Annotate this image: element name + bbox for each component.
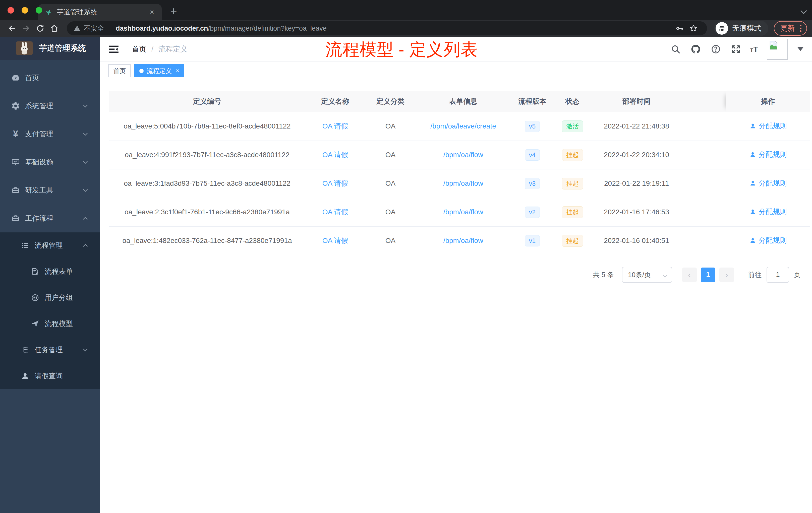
sidebar-item-task-mgmt[interactable]: 任务管理 [0, 337, 100, 363]
sidebar-item-home[interactable]: 首页 [0, 64, 100, 92]
tag-close-icon[interactable]: × [176, 67, 179, 74]
bookmark-star-icon[interactable] [687, 21, 700, 35]
forward-icon[interactable] [19, 21, 33, 35]
next-page-button[interactable]: › [719, 268, 734, 282]
col-filler [682, 91, 726, 112]
incognito-badge: 无痕模式 [714, 21, 768, 36]
sidebar-item-user-group[interactable]: 用户分组 [0, 284, 100, 311]
gear-icon [10, 101, 21, 111]
definition-table: 定义编号 定义名称 定义分类 表单信息 流程版本 状态 部署时间 操作 oa_l… [109, 91, 810, 255]
definition-name-link[interactable]: OA 请假 [322, 237, 348, 244]
sidebar-item-devtools[interactable]: 研发工具 [0, 176, 100, 204]
close-window-button[interactable] [7, 7, 14, 13]
workflow-submenu: 流程管理 流程表单 用户分组 [0, 233, 100, 389]
total-count: 共 5 条 [593, 270, 614, 279]
version-badge: v3 [525, 178, 540, 189]
page-size-select[interactable]: 10条/页 [622, 267, 672, 283]
search-icon[interactable] [670, 43, 682, 55]
not-secure-warning-icon[interactable] [73, 25, 81, 32]
col-definition-name: 定义名称 [305, 91, 365, 112]
update-button[interactable]: 更新 [774, 21, 807, 36]
tree-icon [20, 345, 31, 354]
app-logo-avatar [16, 41, 33, 55]
sidebar-item-payment[interactable]: ¥ 支付管理 [0, 120, 100, 148]
assign-rule-button[interactable]: 分配规则 [749, 150, 787, 159]
form-info-link[interactable]: /bpm/oa/flow [443, 151, 483, 159]
help-icon[interactable] [710, 43, 722, 55]
col-status: 状态 [554, 91, 591, 112]
sidebar-logo-row[interactable]: 芋道管理系统 [0, 37, 100, 60]
home-icon[interactable] [47, 21, 61, 35]
update-label: 更新 [780, 23, 795, 33]
key-icon[interactable] [672, 21, 687, 35]
browser-tabstrip: 芋道管理系统 × + [0, 0, 812, 20]
fullscreen-icon[interactable] [730, 43, 742, 55]
tag-home[interactable]: 首页 [108, 64, 131, 77]
sidebar-item-leave-query[interactable]: 请假查询 [0, 363, 100, 389]
address-bar[interactable]: 不安全 dashboard.yudao.iocoder.cn/bpm/manag… [67, 21, 707, 35]
chevron-up-icon [82, 215, 89, 221]
zoom-window-button[interactable] [36, 7, 42, 13]
browser-toolbar: 不安全 dashboard.yudao.iocoder.cn/bpm/manag… [0, 20, 812, 37]
tag-process-definition[interactable]: 流程定义 × [134, 64, 184, 77]
dashboard-icon [10, 73, 21, 82]
reload-icon[interactable] [33, 21, 47, 35]
sidebar-item-process-form[interactable]: 流程表单 [0, 259, 100, 284]
sidebar-item-infra[interactable]: 基础设施 [0, 148, 100, 176]
sidebar-item-workflow[interactable]: 工作流程 [0, 204, 100, 233]
sidebar-item-process-mgmt[interactable]: 流程管理 [0, 233, 100, 259]
assign-rule-button[interactable]: 分配规则 [749, 207, 787, 217]
browser-tab[interactable]: 芋道管理系统 × [38, 4, 162, 20]
definition-name-link[interactable]: OA 请假 [322, 151, 348, 159]
definition-category: OA [365, 169, 415, 198]
page-content: 定义编号 定义名称 定义分类 表单信息 流程版本 状态 部署时间 操作 oa_l… [100, 80, 812, 513]
goto-page-input[interactable]: 1 [766, 267, 789, 283]
status-badge: 激活 [562, 120, 583, 132]
table-header-row: 定义编号 定义名称 定义分类 表单信息 流程版本 状态 部署时间 操作 [109, 91, 810, 112]
security-label[interactable]: 不安全 [84, 24, 104, 33]
definition-name-link[interactable]: OA 请假 [322, 122, 348, 130]
status-badge: 挂起 [562, 235, 583, 247]
assign-rule-button[interactable]: 分配规则 [749, 236, 787, 245]
url-host[interactable]: dashboard.yudao.iocoder.cn [116, 25, 208, 32]
url-path[interactable]: /bpm/manager/definition?key=oa_leave [208, 25, 327, 32]
assign-rule-button[interactable]: 分配规则 [749, 121, 787, 131]
form-info-link[interactable]: /bpm/oa/flow [443, 237, 483, 244]
table-row: oa_leave:2:3c1f0ef1-76b1-11ec-9c66-a2380… [109, 198, 810, 227]
avatar-caret-icon[interactable] [798, 47, 804, 51]
assign-rule-button[interactable]: 分配规则 [749, 178, 787, 188]
breadcrumb: 首页 / 流程定义 [132, 44, 187, 54]
annotation-title: 流程模型 - 定义列表 [325, 38, 478, 61]
table-row: oa_leave:4:991f2193-7b7f-11ec-a3c8-acde4… [109, 141, 810, 169]
sidebar-item-system[interactable]: 系统管理 [0, 92, 100, 120]
breadcrumb-home[interactable]: 首页 [132, 44, 146, 54]
status-badge: 挂起 [562, 206, 583, 218]
window-controls[interactable] [7, 7, 42, 13]
user-icon [749, 180, 756, 187]
tab-close-icon[interactable]: × [148, 8, 156, 16]
font-size-icon[interactable]: тT [750, 45, 758, 54]
form-info-link[interactable]: /bpm/oa/leave/create [430, 122, 496, 130]
collapse-sidebar-icon[interactable] [108, 44, 119, 55]
avatar[interactable] [767, 39, 788, 60]
chevron-down-icon [663, 273, 667, 277]
new-tab-button[interactable]: + [170, 3, 177, 19]
version-badge: v4 [525, 149, 540, 161]
definition-name-link[interactable]: OA 请假 [322, 179, 348, 187]
page-number-current[interactable]: 1 [701, 268, 715, 282]
definition-id: oa_leave:1:482ec033-762a-11ec-8477-a2380… [109, 227, 305, 255]
tab-search-chevron-icon[interactable] [801, 7, 807, 14]
list-icon [20, 241, 31, 250]
prev-page-button[interactable]: ‹ [682, 268, 697, 282]
github-icon[interactable] [690, 43, 701, 55]
chevron-up-icon [82, 242, 89, 249]
deploy-time: 2022-01-22 21:48:38 [591, 112, 682, 141]
incognito-label: 无痕模式 [732, 23, 761, 33]
form-info-link[interactable]: /bpm/oa/flow [443, 179, 483, 187]
form-info-link[interactable]: /bpm/oa/flow [443, 208, 483, 216]
minimize-window-button[interactable] [22, 7, 28, 13]
definition-name-link[interactable]: OA 请假 [322, 208, 348, 216]
sidebar-item-process-model[interactable]: 流程模型 [0, 311, 100, 337]
browser-menu-icon[interactable] [800, 25, 802, 32]
back-icon[interactable] [5, 21, 19, 35]
